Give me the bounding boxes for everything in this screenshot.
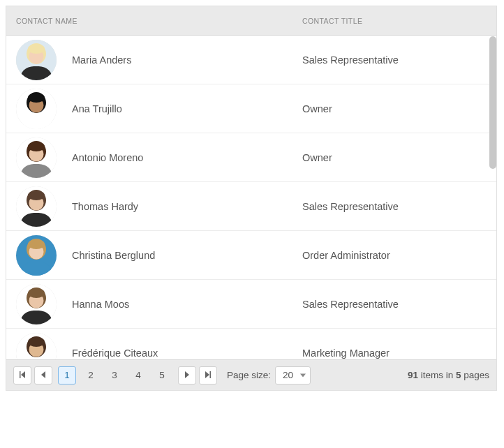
scrollbar[interactable] xyxy=(489,36,497,176)
page-number-1[interactable]: 1 xyxy=(58,366,76,384)
prev-page-icon xyxy=(40,370,47,380)
page-number-3[interactable]: 3 xyxy=(105,366,124,384)
pager-last-button[interactable] xyxy=(199,366,217,384)
cell-contact-name: Ana Trujillo xyxy=(6,89,292,129)
avatar xyxy=(16,235,57,276)
avatar xyxy=(16,89,57,129)
avatar xyxy=(16,333,57,359)
svg-point-23 xyxy=(28,288,45,298)
avatar xyxy=(16,137,57,178)
avatar xyxy=(16,40,57,80)
column-header-title[interactable]: CONTACT TITLE xyxy=(292,17,496,25)
cell-contact-title: Sales Representative xyxy=(292,201,496,212)
avatar xyxy=(16,284,57,324)
pager-prev-button[interactable] xyxy=(34,366,52,384)
data-grid: CONTACT NAME CONTACT TITLE Maria Anders … xyxy=(6,6,497,391)
page-number-5[interactable]: 5 xyxy=(153,366,171,384)
contact-name-text: Antonio Moreno xyxy=(72,152,143,163)
cell-contact-name: Hanna Moos xyxy=(6,284,292,324)
pager-first-button[interactable] xyxy=(13,366,31,384)
column-header-name[interactable]: CONTACT NAME xyxy=(6,17,292,25)
svg-point-19 xyxy=(28,239,45,249)
svg-point-7 xyxy=(28,93,45,103)
contact-name-text: Ana Trujillo xyxy=(72,103,122,114)
cell-contact-name: Christina Berglund xyxy=(6,235,292,276)
svg-point-15 xyxy=(28,191,45,200)
svg-point-11 xyxy=(28,142,45,151)
svg-point-27 xyxy=(28,337,45,347)
svg-point-3 xyxy=(28,44,45,54)
cell-contact-name: Thomas Hardy xyxy=(6,186,292,227)
cell-contact-name: Antonio Moreno xyxy=(6,137,292,178)
table-row[interactable]: Maria Anders Sales Representative xyxy=(6,36,496,84)
cell-contact-title: Sales Representative xyxy=(292,299,496,310)
first-page-icon xyxy=(19,370,26,380)
pager: 12345 Page size: 20 91 items in 5 pages xyxy=(6,359,496,390)
grid-header: CONTACT NAME CONTACT TITLE xyxy=(6,6,496,36)
table-row[interactable]: Frédérique Citeaux Marketing Manager xyxy=(6,329,496,359)
page-size-value: 20 xyxy=(283,370,293,380)
table-row[interactable]: Ana Trujillo Owner xyxy=(6,84,496,133)
table-row[interactable]: Hanna Moos Sales Representative xyxy=(6,280,496,329)
grid-body: Maria Anders Sales Representative Ana Tr… xyxy=(6,36,496,359)
page-size-select[interactable]: 20 xyxy=(275,366,311,384)
table-row[interactable]: Thomas Hardy Sales Representative xyxy=(6,182,496,231)
page-size-label: Page size: xyxy=(227,370,271,380)
page-number-2[interactable]: 2 xyxy=(82,366,100,384)
avatar xyxy=(16,186,57,227)
scrollbar-thumb[interactable] xyxy=(489,36,496,169)
cell-contact-title: Owner xyxy=(292,152,496,163)
pager-next-button[interactable] xyxy=(178,366,196,384)
cell-contact-title: Order Administrator xyxy=(292,250,496,261)
last-page-icon xyxy=(205,370,212,380)
contact-name-text: Christina Berglund xyxy=(72,250,155,261)
contact-name-text: Frédérique Citeaux xyxy=(72,348,158,359)
cell-contact-name: Maria Anders xyxy=(6,40,292,80)
cell-contact-name: Frédérique Citeaux xyxy=(6,333,292,359)
cell-contact-title: Sales Representative xyxy=(292,54,496,66)
next-page-icon xyxy=(184,370,191,380)
contact-name-text: Hanna Moos xyxy=(72,299,129,310)
cell-contact-title: Owner xyxy=(292,103,496,114)
cell-contact-title: Marketing Manager xyxy=(292,348,496,359)
table-row[interactable]: Christina Berglund Order Administrator xyxy=(6,231,496,280)
chevron-down-icon xyxy=(300,370,306,380)
page-number-4[interactable]: 4 xyxy=(129,366,147,384)
pager-info: 91 items in 5 pages xyxy=(408,370,489,380)
table-row[interactable]: Antonio Moreno Owner xyxy=(6,133,496,182)
contact-name-text: Maria Anders xyxy=(72,54,131,66)
contact-name-text: Thomas Hardy xyxy=(72,201,138,212)
